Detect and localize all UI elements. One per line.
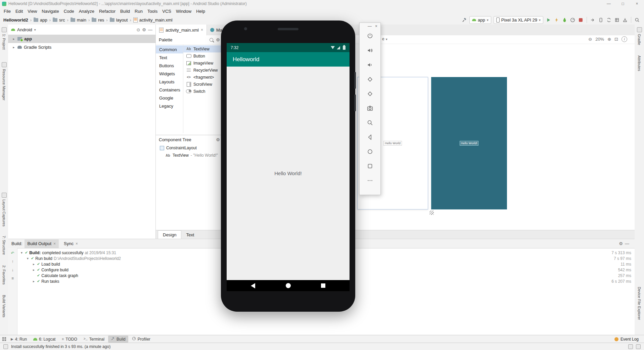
tab-build-output[interactable]: Build Output × — [25, 239, 59, 248]
toolwindow-logcat[interactable]: 6: Logcat — [31, 336, 58, 343]
run-configuration-select[interactable]: app ▾ — [469, 16, 491, 24]
close-button[interactable]: × — [375, 24, 377, 29]
next-occurrence-icon[interactable]: ↓ — [12, 268, 14, 272]
power-icon[interactable] — [366, 32, 374, 40]
zoom-icon[interactable] — [366, 119, 374, 126]
locale-select[interactable]: e▾ — [382, 37, 387, 41]
toolwindow-terminal[interactable]: >_Terminal — [81, 336, 107, 343]
expand-arrow-icon[interactable]: ▸ — [32, 279, 36, 283]
breadcrumb-app[interactable]: app — [34, 17, 47, 23]
breadcrumb-res[interactable]: res — [92, 17, 104, 23]
overview-icon[interactable] — [321, 283, 325, 288]
menu-code[interactable]: Code — [61, 8, 77, 14]
gear-icon[interactable]: ⚙ — [216, 137, 220, 142]
zoom-to-fit-icon[interactable]: ⊡ — [614, 37, 618, 42]
component-switch[interactable]: Switch — [183, 88, 223, 95]
toolwindow-event-log[interactable]: Event Log — [614, 337, 644, 342]
collapse-arrow-icon[interactable]: ▾ — [20, 251, 24, 255]
expand-arrow-icon[interactable]: ▸ — [32, 262, 36, 266]
category-text[interactable]: Text — [156, 53, 183, 62]
profile-icon[interactable] — [570, 17, 576, 23]
rerun-build-icon[interactable]: ↶ — [11, 251, 14, 256]
message-icon[interactable] — [3, 344, 8, 349]
home-icon[interactable] — [286, 283, 291, 288]
canvas-resize-handle[interactable] — [429, 210, 434, 215]
component-fragment[interactable]: <><fragment> — [183, 74, 223, 81]
sidebar-item-project[interactable]: 1: Project — [0, 27, 8, 49]
toolwindow-run[interactable]: ▶4: Run — [8, 336, 30, 343]
emulator-screen[interactable]: 7:32 Helloworld Hello World! — [227, 43, 350, 291]
menu-analyze[interactable]: Analyze — [77, 8, 97, 14]
project-view-selector[interactable]: Android — [17, 27, 32, 32]
search-icon[interactable] — [634, 17, 640, 23]
previous-occurrence-icon[interactable]: ↑ — [12, 259, 14, 264]
rotate-left-icon[interactable] — [366, 76, 374, 83]
tab-design[interactable]: Design — [158, 230, 181, 239]
gear-icon[interactable]: ⚙ — [619, 241, 623, 246]
breadcrumb-project[interactable]: Helloworld2 — [3, 17, 28, 23]
zoom-in-icon[interactable]: ⊕ — [607, 37, 611, 42]
device-select[interactable]: Pixel 3a XL API 29 ▾ — [494, 16, 543, 24]
volume-down-icon[interactable] — [366, 61, 374, 69]
component-imageview[interactable]: ImageView — [183, 60, 223, 67]
more-icon[interactable] — [366, 177, 374, 184]
home-icon[interactable] — [366, 148, 374, 155]
tool-window-switcher-icon[interactable] — [1, 336, 7, 342]
component-recyclerview[interactable]: RecyclerView — [183, 67, 223, 74]
back-icon[interactable] — [366, 133, 374, 141]
close-icon[interactable]: × — [53, 241, 56, 246]
component-scrollview[interactable]: ScrollView — [183, 81, 223, 88]
expand-arrow-icon[interactable]: ▸ — [12, 45, 15, 49]
debug-icon[interactable] — [562, 17, 567, 23]
back-icon[interactable] — [251, 283, 255, 288]
tab-text[interactable]: Text — [181, 231, 199, 239]
expand-arrow-icon[interactable]: ▸ — [12, 37, 15, 41]
category-common[interactable]: Common — [156, 45, 183, 53]
build-hammer-icon[interactable] — [461, 17, 467, 23]
menu-vcs[interactable]: VCS — [160, 8, 174, 14]
preview-hello-world-text[interactable]: Hello World — [383, 141, 402, 146]
toolwindow-todo[interactable]: ≡TODO — [59, 336, 80, 343]
menu-tools[interactable]: Tools — [145, 8, 160, 14]
close-icon[interactable]: × — [201, 28, 203, 32]
menu-edit[interactable]: Edit — [13, 8, 25, 14]
emulator-window[interactable]: 7:32 Helloworld Hello World! — [221, 21, 355, 312]
filter-icon[interactable]: ≡ — [11, 276, 14, 281]
close-icon[interactable]: × — [76, 241, 78, 246]
sidebar-item-build-variants[interactable]: Build Variants — [0, 295, 8, 317]
indicator-icon[interactable] — [636, 344, 641, 349]
breadcrumb-src[interactable]: src — [53, 17, 65, 23]
menu-view[interactable]: View — [25, 8, 39, 14]
tree-node-textview[interactable]: Ab TextView - "Hello World!" — [156, 152, 223, 159]
menu-build[interactable]: Build — [118, 8, 132, 14]
toolwindow-profiler[interactable]: Profiler — [129, 336, 153, 343]
category-containers[interactable]: Containers — [156, 86, 183, 94]
tree-node-constraintlayout[interactable]: ConstraintLayout — [156, 144, 223, 152]
component-textview[interactable]: AbTextView — [183, 45, 223, 52]
apply-changes-icon[interactable] — [554, 17, 559, 23]
category-buttons[interactable]: Buttons — [156, 62, 183, 70]
hide-panel-icon[interactable]: — — [625, 241, 629, 246]
sdk-manager-icon[interactable] — [622, 17, 628, 23]
breadcrumb-main[interactable]: main — [71, 17, 86, 23]
screenshot-icon[interactable] — [366, 105, 374, 112]
menu-window[interactable]: Window — [174, 8, 194, 14]
sidebar-item-favorites[interactable]: 2: Favorites — [0, 265, 8, 284]
tab-activity-main-xml[interactable]: activity_main.xml × — [156, 25, 207, 35]
avd-manager-icon[interactable] — [598, 17, 604, 23]
tab-sync[interactable]: Sync × — [61, 239, 81, 248]
sidebar-item-resource-manager[interactable]: Resource Manager — [0, 62, 8, 101]
menu-navigate[interactable]: Navigate — [39, 8, 61, 14]
stop-icon[interactable] — [578, 17, 584, 23]
rotate-right-icon[interactable] — [366, 90, 374, 98]
menu-run[interactable]: Run — [132, 8, 145, 14]
search-icon[interactable] — [210, 38, 213, 42]
toolwindow-build[interactable]: Build — [108, 336, 128, 343]
overview-icon[interactable] — [366, 162, 374, 170]
minimize-button[interactable]: — — [368, 24, 372, 29]
sync-gradle-icon[interactable] — [606, 17, 612, 23]
tree-row-gradle-scripts[interactable]: ▸ Gradle Scripts — [8, 43, 155, 51]
breadcrumb-layout[interactable]: layout — [110, 17, 128, 23]
attach-debugger-icon[interactable] — [590, 17, 596, 23]
menu-refactor[interactable]: Refactor — [97, 8, 118, 14]
